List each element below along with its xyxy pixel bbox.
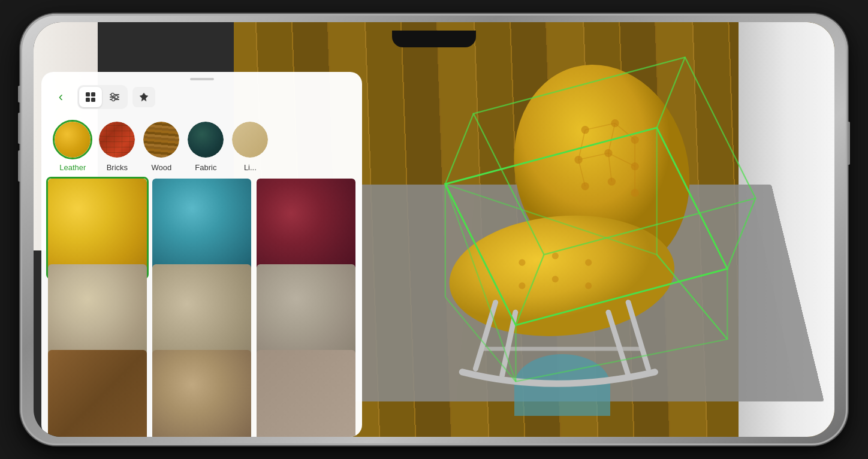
svg-point-26 bbox=[586, 283, 592, 289]
tan-swatch bbox=[152, 350, 251, 437]
category-label-leather: Leather bbox=[59, 163, 86, 172]
svg-rect-47 bbox=[86, 98, 90, 102]
material-panel: ‹ bbox=[41, 72, 361, 437]
category-circle-bricks bbox=[97, 120, 137, 159]
svg-point-7 bbox=[581, 182, 589, 190]
phone-wrapper: ‹ bbox=[20, 14, 848, 445]
category-item-fabric[interactable]: Fabric bbox=[184, 120, 227, 172]
panel-toolbar: ‹ bbox=[41, 85, 361, 115]
texture-tan1[interactable] bbox=[150, 348, 253, 437]
phone-notch bbox=[392, 31, 476, 47]
texture-brown1[interactable] bbox=[46, 348, 149, 437]
category-circle-fabric bbox=[186, 120, 225, 159]
back-button[interactable]: ‹ bbox=[51, 87, 70, 107]
category-scroll: Leather Bricks Wood bbox=[41, 115, 361, 177]
svg-rect-46 bbox=[91, 92, 95, 96]
svg-point-22 bbox=[552, 253, 559, 259]
svg-point-21 bbox=[519, 259, 526, 266]
category-label-fabric: Fabric bbox=[195, 163, 216, 172]
svg-point-54 bbox=[112, 98, 115, 101]
leather-preview bbox=[55, 122, 91, 158]
filter-button[interactable] bbox=[103, 87, 126, 107]
svg-point-23 bbox=[586, 259, 592, 266]
category-circle-li bbox=[230, 120, 270, 159]
brown-swatch bbox=[48, 350, 147, 437]
category-circle-wood bbox=[141, 120, 181, 159]
svg-point-53 bbox=[115, 96, 118, 99]
bottom-partial-swatch bbox=[257, 350, 355, 437]
svg-rect-45 bbox=[86, 92, 90, 96]
category-circle-leather bbox=[53, 120, 92, 159]
category-item-leather[interactable]: Leather bbox=[51, 120, 94, 172]
ar-scene: ‹ bbox=[34, 22, 834, 437]
volume-mute-button bbox=[18, 86, 20, 102]
power-button bbox=[848, 122, 850, 165]
chair bbox=[354, 64, 770, 395]
category-item-bricks[interactable]: Bricks bbox=[95, 120, 138, 172]
toolbar-button-group bbox=[77, 85, 128, 109]
category-label-bricks: Bricks bbox=[107, 163, 128, 172]
drag-handle bbox=[190, 78, 214, 80]
svg-point-24 bbox=[519, 283, 526, 289]
bricks-preview bbox=[99, 122, 135, 158]
svg-point-25 bbox=[552, 276, 559, 282]
svg-rect-48 bbox=[91, 98, 95, 102]
wood-preview bbox=[143, 122, 179, 158]
category-label-li: Li... bbox=[244, 163, 257, 172]
pin-button[interactable] bbox=[132, 87, 155, 107]
category-item-li[interactable]: Li... bbox=[228, 120, 272, 172]
volume-down-button bbox=[18, 150, 20, 182]
grid-view-button[interactable] bbox=[79, 87, 102, 107]
volume-up-button bbox=[18, 113, 20, 144]
category-item-wood[interactable]: Wood bbox=[140, 120, 183, 172]
category-label-wood: Wood bbox=[151, 163, 171, 172]
svg-point-52 bbox=[111, 93, 114, 96]
li-preview bbox=[232, 122, 268, 158]
texture-grid bbox=[41, 177, 361, 437]
texture-bottom[interactable] bbox=[255, 348, 357, 437]
phone-screen: ‹ bbox=[34, 22, 834, 437]
fabric-preview bbox=[188, 122, 224, 158]
